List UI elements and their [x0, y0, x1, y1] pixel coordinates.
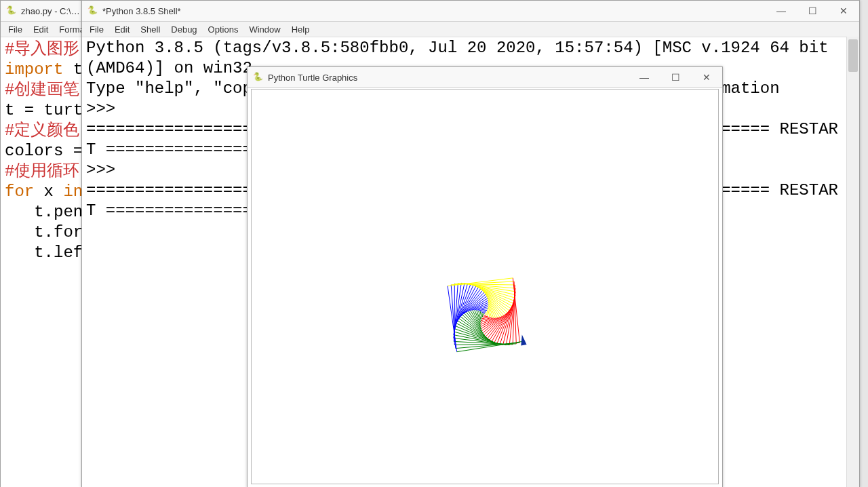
shell-window-buttons: — ☐ ✕ [766, 1, 859, 21]
turtle-icon: 🐍 [253, 72, 264, 83]
code-line: colors = [" [5, 141, 79, 161]
editor-code[interactable]: #导入图形import tur#创建画笔t = turtle.P#定义颜色col… [1, 37, 83, 266]
turtle-window-buttons: — ☐ ✕ [629, 67, 722, 87]
turtle-minimize-button[interactable]: — [629, 67, 660, 87]
turtle-cursor-icon [521, 334, 526, 345]
svg-line-6 [482, 312, 486, 313]
svg-line-8 [483, 316, 488, 317]
maximize-button[interactable]: ☐ [797, 1, 828, 21]
menu-edit[interactable]: Edit [28, 23, 53, 36]
svg-line-59 [458, 321, 492, 341]
code-line: #导入图形 [5, 39, 79, 60]
turtle-title: Python Turtle Graphics [268, 73, 629, 83]
menu-help[interactable]: Help [287, 23, 315, 36]
turtle-close-button[interactable]: ✕ [691, 67, 722, 87]
turtle-titlebar[interactable]: 🐍 Python Turtle Graphics — ☐ ✕ [248, 67, 722, 88]
svg-line-61 [476, 286, 512, 307]
minimize-button[interactable]: — [766, 1, 797, 21]
code-line: t.pencol [5, 202, 79, 222]
shell-scrollbar[interactable] [846, 37, 859, 487]
shell-title: *Python 3.8.5 Shell* [102, 6, 766, 16]
code-line: t.forwar [5, 222, 79, 243]
code-line: t.left(91 [5, 243, 79, 263]
turtle-drawing [252, 90, 718, 484]
shell-titlebar[interactable]: 🐍 *Python 3.8.5 Shell* — ☐ ✕ [82, 1, 859, 22]
code-line: #创建画笔 [5, 80, 79, 100]
menu-window[interactable]: Window [244, 23, 285, 36]
editor-window: 🐍 zhao.py - C:\Use FileEditFormat #导入图形i… [0, 0, 84, 487]
menu-file[interactable]: File [85, 23, 108, 36]
menu-file[interactable]: File [3, 23, 27, 36]
editor-body[interactable]: #导入图形import tur#创建画笔t = turtle.P#定义颜色col… [1, 37, 83, 487]
svg-line-7 [482, 312, 483, 317]
code-line: #使用循环 [5, 161, 79, 182]
close-button[interactable]: ✕ [828, 1, 859, 21]
editor-title: zhao.py - C:\Use [21, 6, 83, 16]
turtle-canvas [251, 89, 719, 484]
menu-options[interactable]: Options [203, 23, 243, 36]
menu-edit[interactable]: Edit [110, 23, 134, 36]
menu-debug[interactable]: Debug [166, 23, 201, 36]
editor-menubar: FileEditFormat [1, 22, 83, 37]
python-file-icon: 🐍 [6, 5, 17, 16]
code-line: for x in rar [5, 182, 79, 202]
python-shell-icon: 🐍 [87, 5, 98, 16]
turtle-window: 🐍 Python Turtle Graphics — ☐ ✕ [247, 66, 723, 487]
svg-line-9 [487, 310, 488, 316]
menu-shell[interactable]: Shell [136, 23, 165, 36]
code-line: #定义颜色 [5, 121, 79, 141]
svg-line-10 [480, 310, 487, 311]
shell-menubar: FileEditShellDebugOptionsWindowHelp [82, 22, 859, 37]
editor-titlebar[interactable]: 🐍 zhao.py - C:\Use [1, 1, 83, 22]
shell-scroll-thumb[interactable] [848, 39, 858, 72]
svg-line-60 [492, 306, 512, 341]
turtle-maximize-button[interactable]: ☐ [660, 67, 691, 87]
code-line: import tur [5, 60, 79, 80]
code-line: t = turtle.P [5, 100, 79, 121]
